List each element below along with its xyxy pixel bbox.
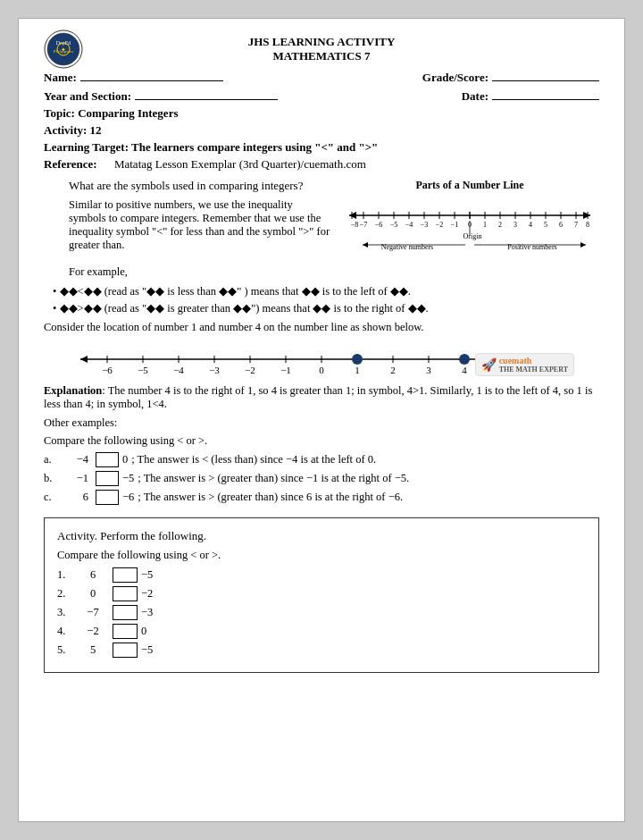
compare-num2-c: −6 bbox=[122, 491, 134, 504]
act-box-5[interactable] bbox=[113, 643, 138, 658]
compare-rows: a. −4 0 ; The answer is < (less than) si… bbox=[44, 452, 599, 505]
act-val2-5: −5 bbox=[141, 643, 173, 657]
activity-section: Activity. Perform the following. Compare… bbox=[44, 517, 599, 673]
reference-line: Reference: Matatag Lesson Exemplar (3rd … bbox=[44, 157, 599, 172]
svg-text:1: 1 bbox=[483, 221, 487, 229]
year-date-row: Year and Section: Date: bbox=[44, 88, 599, 104]
svg-text:6: 6 bbox=[559, 221, 563, 229]
bullet1: • ◆◆<◆◆ (read as "◆◆ is less than ◆◆" ) … bbox=[53, 284, 599, 298]
compare-letter-a: a. bbox=[44, 453, 62, 466]
svg-text:2: 2 bbox=[390, 365, 396, 375]
act-val1-4: −2 bbox=[77, 625, 109, 638]
number-line-diagram-col: Parts of a Number Line 0 bbox=[340, 179, 599, 258]
svg-marker-47 bbox=[363, 242, 368, 248]
consider-text: Consider the location of number 1 and nu… bbox=[44, 321, 599, 334]
act-val2-2: −2 bbox=[141, 587, 173, 601]
svg-text:4: 4 bbox=[462, 365, 467, 375]
svg-text:−3: −3 bbox=[209, 365, 220, 375]
page-header: JHS LEARNING ACTIVITY MATHEMATICS 7 bbox=[44, 35, 599, 63]
svg-text:−4: −4 bbox=[173, 365, 184, 375]
activity-compare-header: Compare the following using < or >. bbox=[57, 549, 586, 562]
svg-text:✦: ✦ bbox=[61, 46, 66, 54]
compare-box-b[interactable] bbox=[96, 471, 119, 486]
svg-text:5: 5 bbox=[544, 221, 547, 229]
act-val1-2: 0 bbox=[77, 587, 109, 601]
compare-row-b: b. −1 −5 ; The answer is > (greater than… bbox=[44, 471, 599, 486]
act-num-5: 5. bbox=[57, 643, 77, 657]
svg-text:−2: −2 bbox=[245, 365, 255, 375]
act-num-4: 4. bbox=[57, 625, 77, 638]
svg-text:−5: −5 bbox=[390, 221, 398, 229]
date-input-line bbox=[492, 88, 599, 100]
school-logo: DepEd Philippines ✦ bbox=[44, 29, 83, 69]
activity-row-4: 4. −2 0 bbox=[57, 624, 586, 639]
header-title-line2: MATHEMATICS 7 bbox=[44, 49, 599, 63]
cuemath-sub: THE MATH EXPERT bbox=[499, 365, 568, 374]
svg-text:Negative numbers: Negative numbers bbox=[381, 243, 433, 251]
rocket-icon: 🚀 bbox=[481, 357, 497, 373]
year-input-line bbox=[135, 88, 278, 100]
intro-text2: Similar to positive numbers, we use the … bbox=[69, 198, 331, 252]
activity-line: Activity: 12 bbox=[44, 123, 599, 138]
svg-text:7: 7 bbox=[574, 221, 578, 229]
act-num-2: 2. bbox=[57, 587, 77, 601]
svg-text:3: 3 bbox=[426, 365, 431, 375]
date-label: Date: bbox=[462, 89, 489, 104]
topic-line: Topic: Comparing Integers bbox=[44, 106, 599, 121]
compare-row-a: a. −4 0 ; The answer is < (less than) si… bbox=[44, 452, 599, 467]
svg-marker-52 bbox=[80, 356, 88, 363]
grade-input-line bbox=[492, 69, 599, 81]
act-num-1: 1. bbox=[57, 568, 77, 582]
act-val1-5: 5 bbox=[77, 643, 109, 657]
svg-point-81 bbox=[459, 354, 470, 365]
svg-text:−6: −6 bbox=[375, 221, 383, 229]
reference-value: Matatag Lesson Exemplar (3rd Quarter)/cu… bbox=[114, 157, 366, 171]
svg-text:1: 1 bbox=[355, 365, 360, 375]
svg-text:−3: −3 bbox=[421, 221, 429, 229]
act-num-3: 3. bbox=[57, 606, 77, 619]
bullets: • ◆◆<◆◆ (read as "◆◆ is less than ◆◆" ) … bbox=[53, 284, 599, 315]
bullet2: • ◆◆>◆◆ (read as "◆◆ is greater than ◆◆"… bbox=[53, 301, 599, 315]
number-line-svg: 0 −1 −2 −3 −4 −5 −6 −7 bbox=[340, 196, 599, 258]
svg-marker-8 bbox=[583, 212, 590, 219]
compare-num1-a: −4 bbox=[62, 453, 88, 466]
svg-text:Origin: Origin bbox=[463, 232, 482, 240]
act-val2-4: 0 bbox=[141, 625, 173, 638]
svg-text:4: 4 bbox=[529, 221, 532, 229]
svg-text:0: 0 bbox=[319, 365, 324, 375]
activity-row-1: 1. 6 −5 bbox=[57, 567, 586, 583]
svg-text:−4: −4 bbox=[405, 221, 413, 229]
act-val2-3: −3 bbox=[141, 606, 173, 619]
explanation-block: Explanation: The number 4 is to the righ… bbox=[44, 384, 599, 411]
learning-target: Learning Target: The learners compare in… bbox=[44, 140, 599, 155]
name-grade-row: Name: Grade/Score: bbox=[44, 69, 599, 85]
page: DepEd Philippines ✦ JHS LEARNING ACTIVIT… bbox=[18, 18, 625, 822]
svg-text:−1: −1 bbox=[280, 365, 291, 375]
compare-box-a[interactable] bbox=[96, 452, 119, 467]
intro-text-col: What are the symbols used in comparing i… bbox=[44, 179, 331, 258]
act-box-2[interactable] bbox=[113, 586, 138, 601]
compare-explanation-c: ; The answer is > (greater than) since 6… bbox=[138, 491, 403, 504]
act-box-4[interactable] bbox=[113, 624, 138, 639]
svg-text:3: 3 bbox=[514, 221, 517, 229]
activity-row-3: 3. −7 −3 bbox=[57, 605, 586, 620]
reference-label: Reference: bbox=[44, 157, 97, 171]
act-box-3[interactable] bbox=[113, 605, 138, 620]
compare-num1-c: 6 bbox=[62, 491, 88, 504]
activity-row-2: 2. 0 −2 bbox=[57, 586, 586, 601]
activity-row-5: 5. 5 −5 bbox=[57, 643, 586, 658]
cuemath-badge: 🚀 cuemath THE MATH EXPERT bbox=[475, 353, 574, 376]
compare-header: Compare the following using < or >. bbox=[44, 434, 599, 448]
year-field: Year and Section: bbox=[44, 88, 278, 104]
act-box-1[interactable] bbox=[113, 567, 138, 583]
svg-text:−2: −2 bbox=[436, 221, 444, 229]
activity-title: Activity. Perform the following. bbox=[57, 529, 586, 543]
activity-problem-rows: 1. 6 −5 2. 0 −2 3. −7 −3 4. −2 0 bbox=[57, 567, 586, 658]
grade-field: Grade/Score: bbox=[422, 69, 599, 85]
intro-text1: What are the symbols used in comparing i… bbox=[69, 179, 331, 193]
svg-text:2: 2 bbox=[498, 221, 502, 229]
explanation-label: Explanation bbox=[44, 384, 102, 397]
act-val1-1: 6 bbox=[77, 568, 109, 582]
compare-box-c[interactable] bbox=[96, 490, 119, 505]
header-title-line1: JHS LEARNING ACTIVITY bbox=[44, 35, 599, 49]
